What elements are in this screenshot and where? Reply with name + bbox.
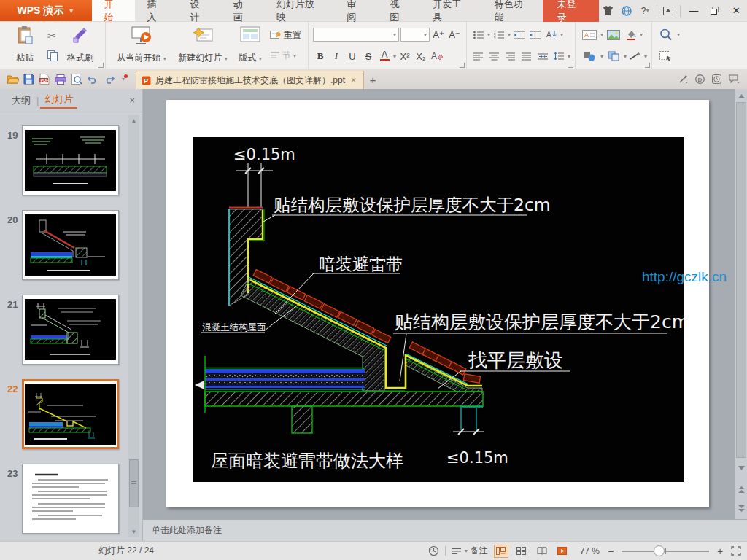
print-button[interactable] bbox=[53, 71, 69, 88]
scroll-up-icon[interactable]: ▲ bbox=[128, 115, 139, 125]
slide-thumbnail-20[interactable]: 20 bbox=[0, 210, 125, 289]
main-scrollbar[interactable] bbox=[735, 89, 747, 519]
redo-button[interactable] bbox=[101, 71, 117, 88]
slide-23-preview[interactable] bbox=[22, 464, 119, 534]
chevron-down-icon[interactable]: ▾ bbox=[487, 31, 490, 38]
next-slide-button[interactable] bbox=[735, 503, 747, 514]
login-button[interactable]: 未登录 bbox=[543, 0, 598, 22]
superscript-button[interactable]: X² bbox=[398, 50, 412, 63]
chevron-down-icon[interactable]: ▾ bbox=[600, 53, 603, 60]
strikethrough-button[interactable]: S bbox=[361, 50, 376, 63]
underline-button[interactable]: U bbox=[345, 50, 360, 63]
print-preview-button[interactable] bbox=[69, 71, 85, 88]
close-tab-button[interactable]: × bbox=[349, 75, 357, 85]
slide-page[interactable]: ≤0.15m bbox=[166, 100, 709, 508]
font-size-select[interactable]: ▾ bbox=[400, 28, 430, 42]
increase-indent-button[interactable] bbox=[528, 28, 543, 42]
copy-button[interactable] bbox=[45, 48, 60, 63]
slide-cad-image[interactable]: ≤0.15m bbox=[193, 137, 684, 482]
close-button[interactable]: ✕ bbox=[726, 0, 747, 22]
chevron-down-icon[interactable]: ▾ bbox=[393, 53, 396, 60]
export-pdf-button[interactable]: PDF bbox=[36, 71, 53, 88]
feedback-comment-icon[interactable] bbox=[729, 74, 740, 84]
tab-review[interactable]: 审阅 bbox=[334, 0, 377, 21]
slide-19-preview[interactable] bbox=[22, 125, 119, 195]
fill-color-button[interactable] bbox=[624, 28, 638, 42]
assistant-wand-icon[interactable] bbox=[678, 74, 688, 84]
scrollbar-thumb[interactable] bbox=[129, 459, 139, 508]
cut-button[interactable]: ✂ bbox=[45, 28, 60, 43]
chevron-down-icon[interactable]: ▾ bbox=[600, 31, 603, 38]
align-center-button[interactable] bbox=[487, 50, 502, 63]
chevron-down-icon[interactable]: ▾ bbox=[508, 31, 511, 38]
dialog-launcher-icon[interactable] bbox=[460, 63, 465, 68]
slide-22-preview[interactable] bbox=[22, 379, 119, 449]
close-panel-button[interactable]: × bbox=[129, 95, 135, 106]
slide-21-preview[interactable] bbox=[22, 295, 119, 365]
tab-special-features[interactable]: 特色功能 bbox=[481, 0, 543, 21]
slide-editing-area[interactable]: ≤0.15m bbox=[143, 89, 735, 519]
fit-to-window-icon[interactable] bbox=[731, 546, 741, 556]
arrange-button[interactable] bbox=[605, 50, 622, 63]
select-pane-button[interactable] bbox=[657, 50, 676, 63]
scroll-down-icon[interactable] bbox=[735, 462, 747, 473]
shapes-button[interactable] bbox=[580, 50, 599, 63]
slide-20-preview[interactable] bbox=[22, 210, 119, 280]
section-button[interactable]: 节▾ bbox=[268, 48, 303, 63]
slide-thumbnail-21[interactable]: 21 bbox=[0, 295, 125, 373]
open-file-button[interactable] bbox=[4, 71, 20, 88]
format-painter-button[interactable]: 格式刷 bbox=[60, 24, 101, 67]
outline-tab[interactable]: 大纲 bbox=[7, 94, 35, 107]
scroll-up-icon[interactable] bbox=[735, 90, 747, 101]
docer-templates-icon[interactable]: D bbox=[695, 74, 705, 84]
grow-font-button[interactable]: A⁺ bbox=[431, 28, 446, 42]
chevron-down-icon[interactable]: ▾ bbox=[644, 53, 647, 60]
scroll-down-icon[interactable]: ▼ bbox=[128, 526, 139, 537]
reading-view-button[interactable] bbox=[535, 545, 549, 558]
undo-button[interactable] bbox=[85, 71, 101, 88]
scrollbar-thumb[interactable] bbox=[736, 102, 746, 458]
restore-button[interactable] bbox=[704, 0, 725, 22]
chevron-down-icon[interactable]: ▾ bbox=[677, 31, 680, 38]
font-name-select[interactable]: ▾ bbox=[313, 28, 399, 42]
new-slide-button[interactable]: 新建幻灯片 ▾ bbox=[173, 24, 233, 67]
network-globe-icon[interactable] bbox=[617, 0, 635, 22]
slide-thumbnail-23[interactable]: 23 bbox=[0, 464, 125, 542]
slideshow-view-button[interactable] bbox=[555, 545, 570, 558]
chevron-down-icon[interactable]: ▾ bbox=[568, 53, 570, 60]
dialog-launcher-icon[interactable] bbox=[98, 63, 104, 68]
outline-style-button[interactable] bbox=[628, 50, 643, 63]
tab-animation[interactable]: 动画 bbox=[221, 0, 264, 21]
clear-format-button[interactable]: A bbox=[430, 50, 444, 63]
slide-sorter-view-button[interactable] bbox=[514, 545, 529, 558]
skin-shirt-icon[interactable] bbox=[599, 0, 617, 22]
paste-button[interactable]: 粘贴 bbox=[4, 24, 45, 67]
minimize-button[interactable]: — bbox=[683, 0, 704, 22]
document-tab[interactable]: P 房建工程防雷接地施工技术交底（图文详解）.ppt × bbox=[136, 71, 364, 89]
hide-ribbon-icon[interactable] bbox=[659, 0, 678, 22]
slide-layout-button[interactable]: 版式 ▾ bbox=[233, 24, 268, 67]
line-spacing-button[interactable] bbox=[551, 50, 566, 63]
zoom-slider[interactable] bbox=[622, 551, 709, 552]
save-button[interactable] bbox=[20, 71, 36, 88]
history-clock-icon[interactable] bbox=[428, 545, 439, 556]
numbering-button[interactable]: 123 bbox=[492, 28, 506, 42]
tab-view[interactable]: 视图 bbox=[377, 0, 420, 21]
slide-thumbnail-19[interactable]: 19 bbox=[0, 125, 125, 204]
previous-slide-button[interactable] bbox=[735, 484, 747, 495]
zoom-out-button[interactable]: − bbox=[605, 545, 616, 557]
tab-slideshow[interactable]: 幻灯片放映 bbox=[264, 0, 335, 21]
tab-devtools[interactable]: 开发工具 bbox=[420, 0, 481, 21]
wps-logo[interactable]: WPS 演示▼ bbox=[0, 0, 92, 21]
history-clock-icon[interactable] bbox=[712, 74, 721, 84]
normal-view-button[interactable] bbox=[494, 545, 508, 558]
zoom-in-button[interactable]: + bbox=[715, 545, 725, 557]
bullets-button[interactable] bbox=[471, 28, 486, 42]
insert-picture-button[interactable] bbox=[605, 28, 622, 42]
chevron-down-icon[interactable]: ▾ bbox=[624, 53, 627, 60]
tab-insert[interactable]: 插入 bbox=[135, 0, 178, 21]
font-color-button[interactable]: A bbox=[377, 50, 392, 63]
tab-design[interactable]: 设计 bbox=[178, 0, 221, 21]
dialog-launcher-icon[interactable] bbox=[645, 63, 650, 68]
notes-input[interactable]: 单击此处添加备注 bbox=[143, 519, 747, 541]
